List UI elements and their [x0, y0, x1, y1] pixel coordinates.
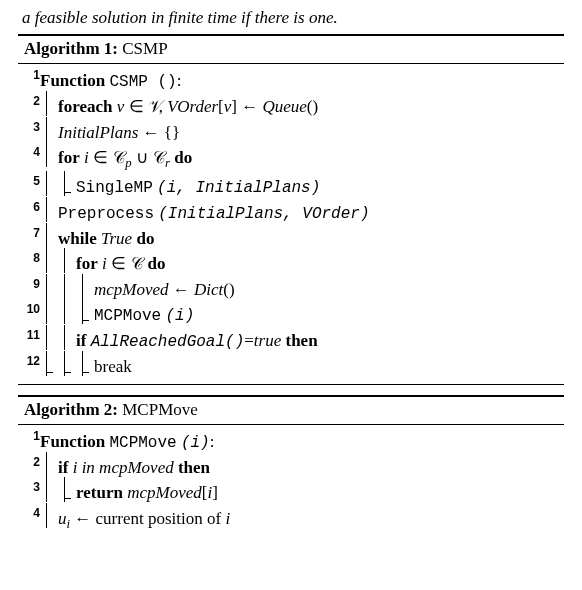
code-line: if AllReachedGoal()=true then [40, 328, 564, 354]
line-number: 8 [18, 251, 40, 277]
code-line: return mcpMoved[i] [40, 480, 564, 506]
line-number: 12 [18, 354, 40, 380]
code-line: foreach v ∈ 𝒱, VOrder[v] ← Queue() [40, 94, 564, 120]
line-number: 11 [18, 328, 40, 354]
code-line: Function MCPMove (i): [40, 429, 564, 455]
line-number: 3 [18, 480, 40, 506]
code-line: if i in mcpMoved then [40, 455, 564, 481]
line-number: 1 [18, 68, 40, 94]
code-line: while True do [40, 226, 564, 252]
line-number: 10 [18, 302, 40, 328]
code-line: Preprocess (InitialPlans, VOrder) [40, 200, 564, 226]
code-line: MCPMove (i) [40, 302, 564, 328]
algo2-code: 1Function MCPMove (i):2if i in mcpMoved … [18, 429, 564, 535]
algorithm-1: Algorithm 1: CSMP 1Function CSMP ():2for… [18, 34, 564, 385]
line-number: 2 [18, 455, 40, 481]
algo2-title: Algorithm 2: MCPMove [18, 397, 564, 424]
line-number: 4 [18, 506, 40, 535]
code-line: for i ∈ 𝒞 do [40, 251, 564, 277]
algorithm-2: Algorithm 2: MCPMove 1Function MCPMove (… [18, 395, 564, 539]
algo2-label: Algorithm 2: [24, 400, 118, 419]
line-number: 5 [18, 174, 40, 200]
code-line: Function CSMP (): [40, 68, 564, 94]
line-number: 3 [18, 120, 40, 146]
algo2-name: MCPMove [122, 400, 198, 419]
code-line: for i ∈ 𝒞p ∪ 𝒞r do [40, 145, 564, 174]
code-line: mcpMoved ← Dict() [40, 277, 564, 303]
code-line: SingleMP (i, InitialPlans) [40, 174, 564, 200]
intro-fragment: a feasible solution in finite time if th… [18, 8, 564, 28]
line-number: 2 [18, 94, 40, 120]
algo1-name: CSMP [122, 39, 167, 58]
line-number: 7 [18, 226, 40, 252]
line-number: 6 [18, 200, 40, 226]
code-line: ui ← current position of i [40, 506, 564, 535]
algo1-title: Algorithm 1: CSMP [18, 36, 564, 63]
line-number: 4 [18, 145, 40, 174]
line-number: 1 [18, 429, 40, 455]
code-line: break [40, 354, 564, 380]
algo1-label: Algorithm 1: [24, 39, 118, 58]
algo1-code: 1Function CSMP ():2foreach v ∈ 𝒱, VOrder… [18, 68, 564, 380]
line-number: 9 [18, 277, 40, 303]
code-line: InitialPlans ← {} [40, 120, 564, 146]
